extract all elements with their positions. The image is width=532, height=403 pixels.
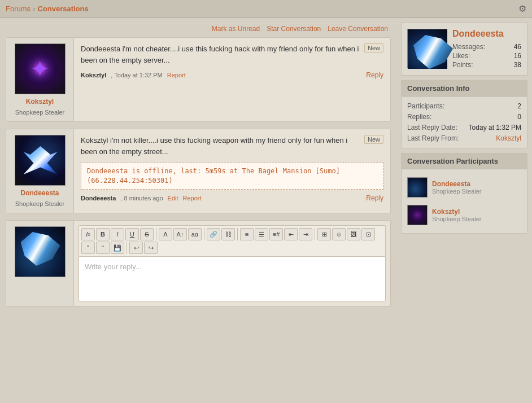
profile-stat-likes: Likes: 16 <box>452 51 521 60</box>
participant-avatar-1 <box>407 177 428 198</box>
toolbar-bold[interactable]: B <box>96 228 110 240</box>
conversation-info-body: Participants: 2 Replies: 0 Last Reply Da… <box>402 97 527 148</box>
toolbar-sep-4 <box>315 228 315 240</box>
reply-link-1[interactable]: Reply <box>366 71 383 79</box>
toolbar-strikethrough[interactable]: S <box>140 228 154 240</box>
participant-avatar-2 <box>407 205 428 225</box>
toolbar-align[interactable]: ≡ <box>240 228 254 240</box>
meta-author-2[interactable]: Dondeeesta <box>81 195 116 202</box>
info-replies: Replies: 0 <box>407 112 521 122</box>
points-label: Points: <box>452 61 473 69</box>
profile-info: Dondeeesta Messages: 46 Likes: 16 Points… <box>452 29 521 69</box>
last-reply-from-val[interactable]: Koksztyl <box>496 134 521 142</box>
message-footer-2: Dondeeesta , 8 minutes ago Edit Report R… <box>81 194 383 202</box>
report-link-1[interactable]: Report <box>167 72 186 78</box>
user-sidebar-2: Dondeeesta Shopkeep Stealer <box>6 129 74 213</box>
participant-name-1[interactable]: Dondeeesta <box>432 180 481 188</box>
toolbar-underline[interactable]: U <box>125 228 139 240</box>
mark-unread-link[interactable]: Mark as Unread <box>212 25 260 33</box>
message-content-1: New Dondeeesta i'm not cheater....i use … <box>74 38 390 121</box>
toolbar-unlink[interactable]: ⛓ <box>221 228 235 240</box>
reply-editor-body[interactable]: Write your reply... <box>79 256 386 301</box>
main-layout: Mark as Unread Star Conversation Leave C… <box>0 18 532 312</box>
user-sidebar-1: Koksztyl Shopkeep Stealer <box>6 38 74 121</box>
toolbar-font-size-down[interactable]: aα <box>188 228 202 240</box>
messages-label: Messages: <box>452 43 485 51</box>
likes-val: 16 <box>514 52 521 60</box>
meta-author-1[interactable]: Koksztyl <box>81 72 106 78</box>
toolbar-ol[interactable]: ≡# <box>269 228 283 240</box>
breadcrumb: Forums › Conversations <box>6 5 89 13</box>
participants-panel: Conversation Participants Dondeeesta Sho… <box>401 153 527 234</box>
left-panel: Mark as Unread Star Conversation Leave C… <box>0 18 396 312</box>
last-reply-from-label: Last Reply From: <box>407 134 459 142</box>
toolbar-sep-2 <box>204 228 204 240</box>
offline-info-box: Dondeeesta is offline, last: 5m59s at Th… <box>81 163 383 190</box>
participants-panel-title: Conversation Participants <box>402 154 527 169</box>
last-reply-date-val: Today at 1:32 PM <box>469 124 521 132</box>
meta-time-2: , 8 minutes ago <box>120 195 163 202</box>
participants-panel-body: Dondeeesta Shopkeep Stealer Koksztyl Sho… <box>402 169 527 233</box>
toolbar-italic[interactable]: I <box>111 228 124 240</box>
toolbar-ul[interactable]: ☰ <box>255 228 268 240</box>
profile-name[interactable]: Dondeeesta <box>452 29 521 39</box>
action-bar: Mark as Unread Star Conversation Leave C… <box>6 18 391 37</box>
user-title-2: Shopkeep Stealer <box>15 200 64 207</box>
toolbar-emoji[interactable]: ☺ <box>332 228 346 240</box>
info-last-reply-from: Last Reply From: Koksztyl <box>407 133 521 143</box>
replies-label: Replies: <box>407 113 431 121</box>
toolbar-font-color[interactable]: A <box>159 228 172 240</box>
toolbar-save[interactable]: 💾 <box>111 242 124 254</box>
star-conversation-link[interactable]: Star Conversation <box>267 25 321 33</box>
toolbar-outdent[interactable]: ⇤ <box>284 228 298 240</box>
toolbar-undo[interactable]: ↩ <box>129 242 143 254</box>
avatar-1 <box>15 43 66 94</box>
username-2[interactable]: Dondeeesta <box>20 189 59 197</box>
message-text-1: Dondeeesta i'm not cheater....i use this… <box>81 43 383 65</box>
points-val: 38 <box>514 61 521 69</box>
editor-area: Ix B I U S A A↑ aα 🔗 ⛓ ≡ ☰ ≡# ⇤ <box>74 221 390 306</box>
toolbar-font-size-up[interactable]: A↑ <box>173 228 187 240</box>
message-content-2: New Koksztyl i'm not killer....i use thi… <box>74 129 390 213</box>
toolbar-quote[interactable]: " <box>81 242 95 254</box>
editor-toolbar: Ix B I U S A A↑ aα 🔗 ⛓ ≡ ☰ ≡# ⇤ <box>79 225 386 256</box>
reply-card: Ix B I U S A A↑ aα 🔗 ⛓ ≡ ☰ ≡# ⇤ <box>6 220 391 306</box>
top-nav: Forums › Conversations ⚙ <box>0 0 532 18</box>
profile-stat-messages: Messages: 46 <box>452 42 521 51</box>
toolbar-media[interactable]: ⊞ <box>317 228 331 240</box>
info-participants: Participants: 2 <box>407 101 521 112</box>
participant-info-1: Dondeeesta Shopkeep Stealer <box>432 180 481 195</box>
toolbar-sep-5 <box>127 242 127 254</box>
breadcrumb-current: Conversations <box>37 5 88 13</box>
toolbar-image[interactable]: 🖼 <box>347 228 360 240</box>
message-footer-1: Koksztyl , Today at 1:32 PM Report Reply <box>81 71 383 79</box>
toolbar-blockquote[interactable]: ‟ <box>96 242 110 254</box>
edit-link-2[interactable]: Edit <box>168 195 178 202</box>
participants-val: 2 <box>517 102 521 110</box>
settings-icon[interactable]: ⚙ <box>518 3 526 14</box>
toolbar-remove-format[interactable]: Ix <box>81 228 95 240</box>
report-link-2[interactable]: Report <box>183 195 202 202</box>
meta-time-1: , Today at 1:32 PM <box>111 72 163 78</box>
profile-card: Dondeeesta Messages: 46 Likes: 16 Points… <box>401 23 527 76</box>
profile-avatar <box>407 29 447 68</box>
message-card-1: Koksztyl Shopkeep Stealer New Dondeeesta… <box>6 37 391 122</box>
breadcrumb-forums[interactable]: Forums <box>6 5 30 13</box>
toolbar-media2[interactable]: ⊡ <box>361 228 375 240</box>
reply-link-2[interactable]: Reply <box>366 194 383 202</box>
message-text-2: Koksztyl i'm not killer....i use this fu… <box>81 135 383 157</box>
toolbar-redo[interactable]: ↪ <box>144 242 158 254</box>
breadcrumb-separator: › <box>33 5 35 13</box>
replies-val: 0 <box>517 113 521 121</box>
participant-name-2[interactable]: Koksztyl <box>432 208 481 216</box>
user-title-1: Shopkeep Stealer <box>15 109 64 116</box>
toolbar-link[interactable]: 🔗 <box>207 228 220 240</box>
message-meta-1: Koksztyl , Today at 1:32 PM Report <box>81 72 186 78</box>
participants-label: Participants: <box>407 102 444 110</box>
leave-conversation-link[interactable]: Leave Conversation <box>328 25 388 33</box>
username-1[interactable]: Koksztyl <box>26 98 54 106</box>
toolbar-sep-1 <box>156 228 156 240</box>
new-badge-2: New <box>364 135 383 144</box>
toolbar-indent[interactable]: ⇥ <box>299 228 312 240</box>
toolbar-sep-3 <box>237 228 238 240</box>
